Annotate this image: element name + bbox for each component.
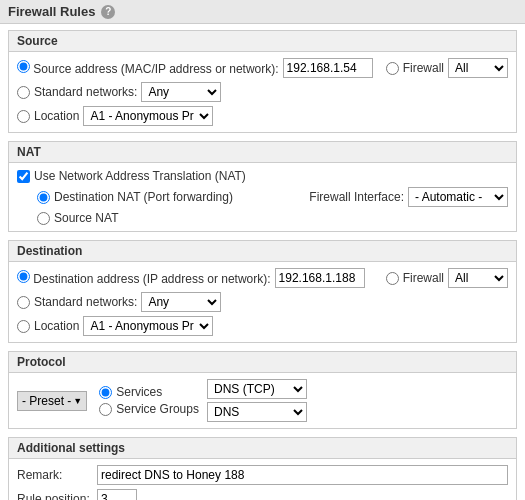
page-title: Firewall Rules — [8, 4, 95, 19]
additional-settings-section: Additional settings Remark: Rule positio… — [8, 437, 517, 500]
source-row3: Location A1 - Anonymous Proxy — [17, 106, 508, 126]
dest-location-radio[interactable] — [17, 320, 30, 333]
dest-address-radio-label[interactable]: Destination address (IP address or netwo… — [17, 270, 271, 286]
protocol-row: - Preset - ▼ Services Service Groups — [17, 379, 508, 422]
nat-section-body: Use Network Address Translation (NAT) De… — [9, 163, 516, 231]
source-nat-radio-label[interactable]: Source NAT — [37, 211, 118, 225]
service-groups-radio[interactable] — [99, 403, 112, 416]
dest-location-select[interactable]: A1 - Anonymous Proxy — [83, 316, 213, 336]
source-firewall-radio-label[interactable]: Firewall — [386, 61, 444, 75]
service-groups-radio-label[interactable]: Service Groups — [99, 402, 199, 416]
location-select[interactable]: A1 - Anonymous Proxy — [83, 106, 213, 126]
nat-row2: Destination NAT (Port forwarding) Firewa… — [17, 187, 508, 207]
standard-networks-radio-label[interactable]: Standard networks: — [17, 85, 137, 99]
nat-row1: Use Network Address Translation (NAT) — [17, 169, 508, 183]
dest-row2: Standard networks: Any — [17, 292, 508, 312]
nat-section: NAT Use Network Address Translation (NAT… — [8, 141, 517, 232]
firewall-interface-label: Firewall Interface: — [309, 190, 404, 204]
source-section-title: Source — [9, 31, 516, 52]
dest-address-radio[interactable] — [17, 270, 30, 283]
dest-firewall-select[interactable]: All — [448, 268, 508, 288]
firewall-interface-select[interactable]: - Automatic - — [408, 187, 508, 207]
use-nat-label[interactable]: Use Network Address Translation (NAT) — [17, 169, 246, 183]
dest-nat-radio-label[interactable]: Destination NAT (Port forwarding) — [37, 190, 233, 204]
service-groups-select[interactable]: DNS — [207, 402, 307, 422]
services-radio-label[interactable]: Services — [99, 385, 199, 399]
help-icon[interactable]: ? — [101, 5, 115, 19]
nat-row3: Source NAT — [17, 211, 508, 225]
source-address-radio-label[interactable]: Source address (MAC/IP address or networ… — [17, 60, 279, 76]
location-radio-label[interactable]: Location — [17, 109, 79, 123]
main-content: Source Source address (MAC/IP address or… — [0, 24, 525, 500]
source-nat-radio[interactable] — [37, 212, 50, 225]
source-firewall-radio[interactable] — [386, 62, 399, 75]
preset-arrow-icon: ▼ — [73, 396, 82, 406]
use-nat-checkbox[interactable] — [17, 170, 30, 183]
dest-standard-networks-radio[interactable] — [17, 296, 30, 309]
services-radio[interactable] — [99, 386, 112, 399]
standard-networks-select[interactable]: Any — [141, 82, 221, 102]
dest-firewall-radio[interactable] — [386, 272, 399, 285]
source-address-input[interactable] — [283, 58, 373, 78]
source-row2: Standard networks: Any — [17, 82, 508, 102]
protocol-section: Protocol - Preset - ▼ Services Service G… — [8, 351, 517, 429]
source-address-radio[interactable] — [17, 60, 30, 73]
dest-row3: Location A1 - Anonymous Proxy — [17, 316, 508, 336]
destination-section-body: Destination address (IP address or netwo… — [9, 262, 516, 342]
source-section-body: Source address (MAC/IP address or networ… — [9, 52, 516, 132]
location-radio[interactable] — [17, 110, 30, 123]
rule-position-label: Rule position: — [17, 492, 97, 500]
dest-firewall-radio-label[interactable]: Firewall — [386, 271, 444, 285]
source-firewall-select[interactable]: All — [448, 58, 508, 78]
protocol-section-title: Protocol — [9, 352, 516, 373]
additional-settings-body: Remark: Rule position: Log rule Use time… — [9, 459, 516, 500]
dest-location-radio-label[interactable]: Location — [17, 319, 79, 333]
protocol-section-body: - Preset - ▼ Services Service Groups — [9, 373, 516, 428]
dest-row1: Destination address (IP address or netwo… — [17, 268, 508, 288]
remark-input[interactable] — [97, 465, 508, 485]
preset-button[interactable]: - Preset - ▼ — [17, 391, 87, 411]
rule-position-input[interactable] — [97, 489, 137, 500]
remark-label: Remark: — [17, 468, 97, 482]
source-section: Source Source address (MAC/IP address or… — [8, 30, 517, 133]
destination-section-title: Destination — [9, 241, 516, 262]
additional-settings-title: Additional settings — [9, 438, 516, 459]
dest-address-input[interactable] — [275, 268, 365, 288]
destination-section: Destination Destination address (IP addr… — [8, 240, 517, 343]
protocol-radios: Services Service Groups — [99, 385, 199, 416]
dest-standard-networks-select[interactable]: Any — [141, 292, 221, 312]
source-row1: Source address (MAC/IP address or networ… — [17, 58, 508, 78]
dest-standard-networks-radio-label[interactable]: Standard networks: — [17, 295, 137, 309]
nat-section-title: NAT — [9, 142, 516, 163]
services-select[interactable]: DNS (TCP) — [207, 379, 307, 399]
dest-nat-radio[interactable] — [37, 191, 50, 204]
standard-networks-radio[interactable] — [17, 86, 30, 99]
remark-row: Remark: — [17, 465, 508, 485]
page-header: Firewall Rules ? — [0, 0, 525, 24]
rule-position-row: Rule position: — [17, 489, 508, 500]
protocol-selects: DNS (TCP) DNS — [207, 379, 307, 422]
